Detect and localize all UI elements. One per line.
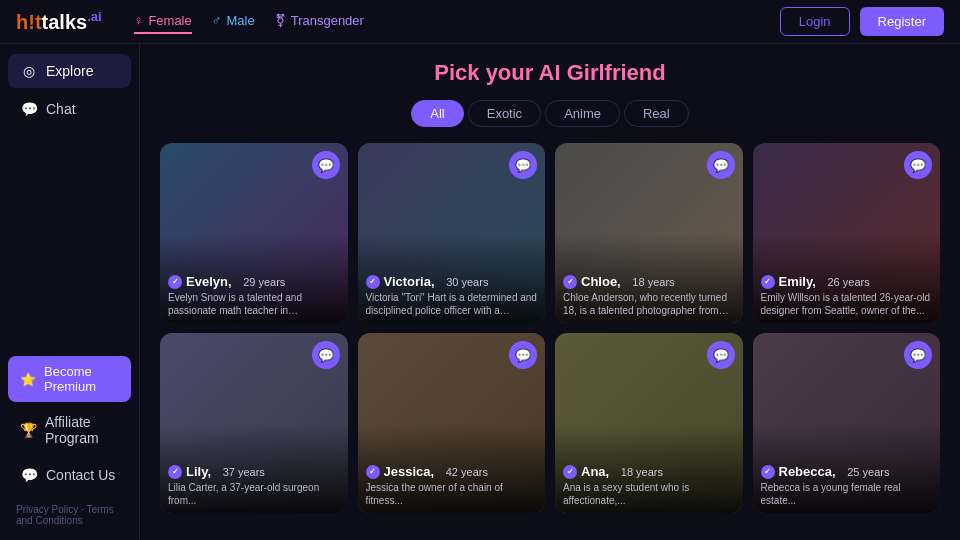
transgender-icon: ⚧ bbox=[275, 13, 286, 28]
logo-ai: .ai bbox=[87, 9, 101, 24]
card-name-chloe: ✓ Chloe, 18 years bbox=[563, 274, 735, 289]
logo-hot: h!t bbox=[16, 11, 42, 33]
card-desc-victoria: Victoria "Tori" Hart is a determined and… bbox=[366, 291, 538, 317]
sidebar: ◎ Explore 💬 Chat ⭐ Become Premium 🏆 Affi… bbox=[0, 44, 140, 540]
card-name-evelyn: ✓ Evelyn, 29 years bbox=[168, 274, 340, 289]
verified-icon: ✓ bbox=[761, 275, 775, 289]
filter-anime[interactable]: Anime bbox=[545, 100, 620, 127]
card-rebecca[interactable]: 💬 ✓ Rebecca, 25 years Rebecca is a young… bbox=[753, 333, 941, 513]
card-chat-icon[interactable]: 💬 bbox=[312, 341, 340, 369]
card-chloe[interactable]: 💬 ✓ Chloe, 18 years Chloe Anderson, who … bbox=[555, 143, 743, 323]
verified-icon: ✓ bbox=[168, 275, 182, 289]
card-chat-icon[interactable]: 💬 bbox=[509, 341, 537, 369]
card-desc-emily: Emily Willson is a talented 26-year-old … bbox=[761, 291, 933, 317]
explore-icon: ◎ bbox=[20, 62, 38, 80]
gender-tab-female[interactable]: ♀ Female bbox=[134, 9, 192, 34]
card-info-victoria: ✓ Victoria, 30 years Victoria "Tori" Har… bbox=[366, 274, 538, 317]
layout: ◎ Explore 💬 Chat ⭐ Become Premium 🏆 Affi… bbox=[0, 44, 960, 540]
card-name-lily: ✓ Lily, 37 years bbox=[168, 464, 340, 479]
header-buttons: Login Register bbox=[780, 7, 944, 36]
card-grid-row2: 💬 ✓ Lily, 37 years Lilia Carter, a 37-ye… bbox=[160, 333, 940, 513]
male-icon: ♂ bbox=[212, 13, 222, 28]
main-content: Pick your AI Girlfriend All Exotic Anime… bbox=[140, 44, 960, 540]
card-name-ana: ✓ Ana, 18 years bbox=[563, 464, 735, 479]
verified-icon: ✓ bbox=[761, 465, 775, 479]
header: h!ttalks.ai ♀ Female ♂ Male ⚧ Transgende… bbox=[0, 0, 960, 44]
male-label: Male bbox=[226, 13, 254, 28]
card-lily[interactable]: 💬 ✓ Lily, 37 years Lilia Carter, a 37-ye… bbox=[160, 333, 348, 513]
card-desc-rebecca: Rebecca is a young female real estate... bbox=[761, 481, 933, 507]
card-info-ana: ✓ Ana, 18 years Ana is a sexy student wh… bbox=[563, 464, 735, 507]
filter-exotic[interactable]: Exotic bbox=[468, 100, 541, 127]
affiliate-icon: 🏆 bbox=[20, 421, 37, 439]
female-icon: ♀ bbox=[134, 13, 144, 28]
card-ana[interactable]: 💬 ✓ Ana, 18 years Ana is a sexy student … bbox=[555, 333, 743, 513]
card-chat-icon[interactable]: 💬 bbox=[904, 341, 932, 369]
card-name-victoria: ✓ Victoria, 30 years bbox=[366, 274, 538, 289]
chat-label: Chat bbox=[46, 101, 76, 117]
card-evelyn[interactable]: 💬 ✓ Evelyn, 29 years Evelyn Snow is a ta… bbox=[160, 143, 348, 323]
title-accent: Girlfriend bbox=[567, 60, 666, 85]
filter-tabs: All Exotic Anime Real bbox=[160, 100, 940, 127]
sidebar-item-chat[interactable]: 💬 Chat bbox=[8, 92, 131, 126]
transgender-label: Transgender bbox=[291, 13, 364, 28]
card-jessica[interactable]: 💬 ✓ Jessica, 42 years Jessica the owner … bbox=[358, 333, 546, 513]
sidebar-item-contact[interactable]: 💬 Contact Us bbox=[8, 458, 131, 492]
card-grid-row1: 💬 ✓ Evelyn, 29 years Evelyn Snow is a ta… bbox=[160, 143, 940, 323]
card-desc-lily: Lilia Carter, a 37-year-old surgeon from… bbox=[168, 481, 340, 507]
sidebar-premium[interactable]: ⭐ Become Premium bbox=[8, 356, 131, 402]
card-info-lily: ✓ Lily, 37 years Lilia Carter, a 37-year… bbox=[168, 464, 340, 507]
verified-icon: ✓ bbox=[563, 465, 577, 479]
register-button[interactable]: Register bbox=[860, 7, 944, 36]
card-chat-icon[interactable]: 💬 bbox=[509, 151, 537, 179]
premium-label: Become Premium bbox=[44, 364, 119, 394]
gender-tab-transgender[interactable]: ⚧ Transgender bbox=[275, 9, 364, 34]
card-name-emily: ✓ Emily, 26 years bbox=[761, 274, 933, 289]
contact-label: Contact Us bbox=[46, 467, 115, 483]
card-info-jessica: ✓ Jessica, 42 years Jessica the owner of… bbox=[366, 464, 538, 507]
premium-icon: ⭐ bbox=[20, 372, 36, 387]
filter-real[interactable]: Real bbox=[624, 100, 689, 127]
card-victoria[interactable]: 💬 ✓ Victoria, 30 years Victoria "Tori" H… bbox=[358, 143, 546, 323]
logo-talks: talks bbox=[42, 11, 88, 33]
card-info-evelyn: ✓ Evelyn, 29 years Evelyn Snow is a tale… bbox=[168, 274, 340, 317]
card-chat-icon[interactable]: 💬 bbox=[904, 151, 932, 179]
verified-icon: ✓ bbox=[168, 465, 182, 479]
affiliate-label: Affiliate Program bbox=[45, 414, 119, 446]
card-info-chloe: ✓ Chloe, 18 years Chloe Anderson, who re… bbox=[563, 274, 735, 317]
card-info-emily: ✓ Emily, 26 years Emily Willson is a tal… bbox=[761, 274, 933, 317]
card-desc-ana: Ana is a sexy student who is affectionat… bbox=[563, 481, 735, 507]
sidebar-bottom: ⭐ Become Premium 🏆 Affiliate Program 💬 C… bbox=[8, 356, 131, 530]
card-name-jessica: ✓ Jessica, 42 years bbox=[366, 464, 538, 479]
login-button[interactable]: Login bbox=[780, 7, 850, 36]
chat-icon: 💬 bbox=[20, 100, 38, 118]
logo: h!ttalks.ai bbox=[16, 9, 102, 34]
sidebar-item-affiliate[interactable]: 🏆 Affiliate Program bbox=[8, 406, 131, 454]
sidebar-footer: Privacy Policy · Terms and Conditions bbox=[8, 500, 131, 530]
verified-icon: ✓ bbox=[366, 275, 380, 289]
card-desc-evelyn: Evelyn Snow is a talented and passionate… bbox=[168, 291, 340, 317]
contact-icon: 💬 bbox=[20, 466, 38, 484]
gender-tab-male[interactable]: ♂ Male bbox=[212, 9, 255, 34]
card-desc-jessica: Jessica the owner of a chain of fitness.… bbox=[366, 481, 538, 507]
card-desc-chloe: Chloe Anderson, who recently turned 18, … bbox=[563, 291, 735, 317]
privacy-link[interactable]: Privacy Policy bbox=[16, 504, 78, 515]
female-label: Female bbox=[148, 13, 191, 28]
gender-tabs: ♀ Female ♂ Male ⚧ Transgender bbox=[134, 9, 780, 34]
verified-icon: ✓ bbox=[366, 465, 380, 479]
verified-icon: ✓ bbox=[563, 275, 577, 289]
filter-all[interactable]: All bbox=[411, 100, 463, 127]
card-emily[interactable]: 💬 ✓ Emily, 26 years Emily Willson is a t… bbox=[753, 143, 941, 323]
card-chat-icon[interactable]: 💬 bbox=[707, 341, 735, 369]
card-chat-icon[interactable]: 💬 bbox=[707, 151, 735, 179]
page-title: Pick your AI Girlfriend bbox=[160, 60, 940, 86]
card-name-rebecca: ✓ Rebecca, 25 years bbox=[761, 464, 933, 479]
card-info-rebecca: ✓ Rebecca, 25 years Rebecca is a young f… bbox=[761, 464, 933, 507]
explore-label: Explore bbox=[46, 63, 93, 79]
sidebar-item-explore[interactable]: ◎ Explore bbox=[8, 54, 131, 88]
card-chat-icon[interactable]: 💬 bbox=[312, 151, 340, 179]
